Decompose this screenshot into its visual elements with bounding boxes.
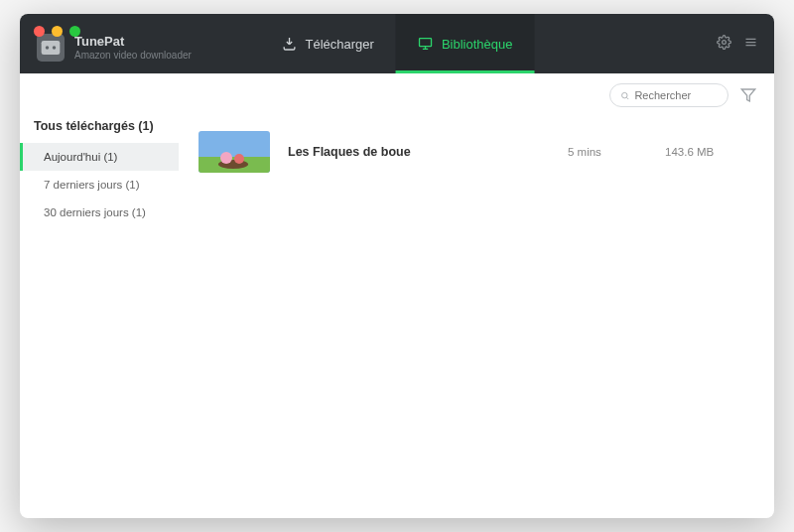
app-name: TunePat bbox=[74, 35, 192, 50]
window-controls bbox=[34, 26, 80, 37]
svg-point-2 bbox=[53, 46, 57, 50]
main-list: Les Flaques de boue 5 mins 143.6 MB bbox=[179, 113, 774, 518]
video-title: Les Flaques de boue bbox=[288, 145, 550, 159]
svg-rect-3 bbox=[420, 39, 432, 47]
sidebar-item-label: Aujourd'hui (1) bbox=[44, 151, 117, 163]
tab-download[interactable]: Télécharger bbox=[260, 14, 396, 73]
brand: TunePat Amazon video downloader bbox=[37, 34, 192, 62]
sidebar: Tous téléchargés (1) Aujourd'hui (1) 7 d… bbox=[20, 113, 179, 518]
tab-download-label: Télécharger bbox=[306, 37, 374, 52]
maximize-button[interactable] bbox=[69, 26, 80, 37]
app-subtitle: Amazon video downloader bbox=[74, 50, 192, 62]
content-area: Tous téléchargés (1) Aujourd'hui (1) 7 d… bbox=[20, 73, 774, 518]
sidebar-item-label: 7 derniers jours (1) bbox=[44, 179, 140, 191]
sidebar-item-label: 30 derniers jours (1) bbox=[44, 206, 146, 218]
menu-icon[interactable] bbox=[743, 35, 758, 54]
app-window: TunePat Amazon video downloader Téléchar… bbox=[20, 14, 774, 518]
main-tabs: Télécharger Bibliothèque bbox=[260, 14, 535, 73]
filter-icon bbox=[740, 87, 756, 103]
tab-library[interactable]: Bibliothèque bbox=[396, 14, 535, 73]
svg-rect-0 bbox=[42, 41, 61, 55]
minimize-button[interactable] bbox=[52, 26, 63, 37]
titlebar-actions bbox=[717, 35, 758, 54]
filter-button[interactable] bbox=[740, 87, 756, 103]
close-button[interactable] bbox=[34, 26, 45, 37]
svg-line-9 bbox=[627, 97, 629, 99]
settings-icon[interactable] bbox=[717, 35, 731, 54]
search-input[interactable] bbox=[634, 89, 718, 101]
sidebar-item-7days[interactable]: 7 derniers jours (1) bbox=[20, 171, 179, 199]
video-thumbnail bbox=[198, 131, 270, 173]
svg-point-1 bbox=[46, 46, 50, 50]
sidebar-item-today[interactable]: Aujourd'hui (1) bbox=[20, 143, 179, 171]
sidebar-item-30days[interactable]: 30 derniers jours (1) bbox=[20, 199, 179, 226]
svg-point-8 bbox=[622, 92, 627, 97]
sidebar-header: Tous téléchargés (1) bbox=[20, 113, 179, 143]
download-icon bbox=[282, 36, 298, 52]
video-duration: 5 mins bbox=[568, 146, 647, 158]
search-icon bbox=[620, 90, 629, 101]
svg-marker-10 bbox=[741, 89, 754, 101]
toolbar bbox=[20, 73, 774, 113]
body: Tous téléchargés (1) Aujourd'hui (1) 7 d… bbox=[20, 113, 774, 518]
app-logo-icon bbox=[37, 34, 65, 62]
search-box[interactable] bbox=[609, 83, 728, 107]
library-icon bbox=[418, 36, 434, 52]
video-size: 143.6 MB bbox=[665, 146, 754, 158]
tab-library-label: Bibliothèque bbox=[442, 37, 513, 52]
list-item[interactable]: Les Flaques de boue 5 mins 143.6 MB bbox=[198, 123, 754, 181]
titlebar: TunePat Amazon video downloader Téléchar… bbox=[20, 14, 774, 73]
svg-point-4 bbox=[723, 40, 727, 44]
